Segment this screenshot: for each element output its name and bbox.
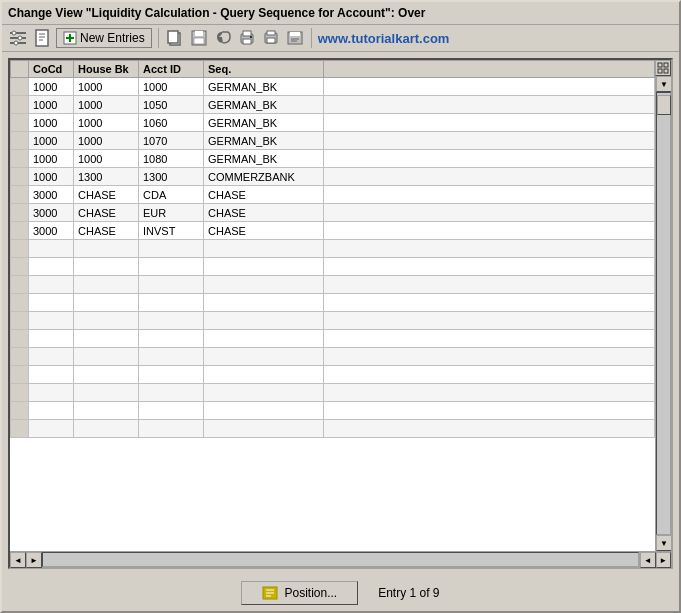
h-scroll-right-right-btn[interactable]: ► xyxy=(656,552,672,568)
toolbar-icon-save[interactable] xyxy=(189,28,209,48)
svg-rect-24 xyxy=(267,38,275,43)
svg-rect-26 xyxy=(290,32,300,36)
new-entries-button[interactable]: New Entries xyxy=(56,28,152,48)
table-row[interactable] xyxy=(11,348,655,366)
table-row[interactable]: 3000CHASEINVSTCHASE xyxy=(11,222,655,240)
svg-rect-14 xyxy=(168,31,178,43)
table-row[interactable] xyxy=(11,258,655,276)
table-row[interactable]: 100010001060GERMAN_BK xyxy=(11,114,655,132)
scroll-thumb[interactable] xyxy=(657,95,671,115)
svg-rect-20 xyxy=(243,39,251,44)
new-entries-label: New Entries xyxy=(80,31,145,45)
svg-rect-19 xyxy=(243,31,251,36)
svg-rect-23 xyxy=(267,31,275,35)
table-row[interactable]: 100013001300COMMERZBANK xyxy=(11,168,655,186)
title-bar: Change View "Liquidity Calculation - Que… xyxy=(2,2,679,25)
scroll-left-button[interactable]: ◄ xyxy=(10,552,26,568)
svg-rect-29 xyxy=(658,63,662,67)
h-scroll-track xyxy=(42,552,639,567)
svg-rect-30 xyxy=(664,63,668,67)
horizontal-scrollbar[interactable]: ◄ ► ◄ ► xyxy=(10,551,671,567)
vertical-scrollbar[interactable]: ▲ ▼ ▼ xyxy=(655,60,671,551)
table-row[interactable]: 100010001070GERMAN_BK xyxy=(11,132,655,150)
toolbar-icon-doc[interactable] xyxy=(32,28,52,48)
status-bar: Position... Entry 1 of 9 xyxy=(2,575,679,611)
svg-rect-31 xyxy=(658,69,662,73)
table-row[interactable] xyxy=(11,276,655,294)
table-row[interactable] xyxy=(11,240,655,258)
toolbar-icon-print2[interactable] xyxy=(261,28,281,48)
table-row[interactable] xyxy=(11,384,655,402)
table-row[interactable]: 3000CHASECDACHASE xyxy=(11,186,655,204)
toolbar-icon-undo[interactable] xyxy=(213,28,233,48)
watermark: www.tutorialkart.com xyxy=(318,31,450,46)
col-header-acctid: Acct ID xyxy=(139,61,204,78)
col-header-housebk: House Bk xyxy=(74,61,139,78)
separator1 xyxy=(158,28,159,48)
svg-rect-32 xyxy=(664,69,668,73)
table-row[interactable]: 100010001080GERMAN_BK xyxy=(11,150,655,168)
toolbar-icon-settings[interactable] xyxy=(8,28,28,48)
scroll-right-button[interactable]: ► xyxy=(26,552,42,568)
table-row[interactable] xyxy=(11,294,655,312)
toolbar-icon-copy[interactable] xyxy=(165,28,185,48)
h-scroll-right-area: ◄ ► xyxy=(639,552,671,567)
table-row[interactable]: 100010001050GERMAN_BK xyxy=(11,96,655,114)
h-scroll-right-left-btn[interactable]: ◄ xyxy=(640,552,656,568)
table-row[interactable]: 100010001000GERMAN_BK xyxy=(11,78,655,96)
toolbar-icon-print3[interactable] xyxy=(285,28,305,48)
table-row[interactable] xyxy=(11,402,655,420)
scroll-track xyxy=(656,92,671,535)
svg-rect-16 xyxy=(195,31,203,36)
col-header-cocd: CoCd xyxy=(29,61,74,78)
table-row[interactable] xyxy=(11,420,655,438)
corner-icon-button[interactable] xyxy=(655,60,671,76)
scroll-down-button-1[interactable]: ▼ xyxy=(656,76,671,92)
entry-info: Entry 1 of 9 xyxy=(378,586,439,600)
svg-point-3 xyxy=(12,31,16,35)
position-button[interactable]: Position... xyxy=(241,581,358,605)
table-row[interactable] xyxy=(11,330,655,348)
table-container: CoCd House Bk Acct ID Seq. 100010001000G… xyxy=(8,58,673,569)
table-row[interactable] xyxy=(11,312,655,330)
toolbar: New Entries www.tutorialkart.com xyxy=(2,25,679,52)
position-label: Position... xyxy=(284,586,337,600)
window-title: Change View "Liquidity Calculation - Que… xyxy=(8,6,425,20)
table-row[interactable]: 3000CHASEEURCHASE xyxy=(11,204,655,222)
svg-rect-17 xyxy=(194,38,204,44)
app-window: Change View "Liquidity Calculation - Que… xyxy=(0,0,681,613)
toolbar-icon-print1[interactable] xyxy=(237,28,257,48)
main-content: CoCd House Bk Acct ID Seq. 100010001000G… xyxy=(2,52,679,575)
svg-rect-21 xyxy=(250,36,252,38)
svg-point-5 xyxy=(14,41,18,45)
svg-rect-6 xyxy=(36,30,48,46)
col-header-seq: Seq. xyxy=(204,61,324,78)
separator2 xyxy=(311,28,312,48)
scroll-down-button-2[interactable]: ▼ xyxy=(656,535,671,551)
data-table: CoCd House Bk Acct ID Seq. 100010001000G… xyxy=(10,60,655,438)
svg-point-4 xyxy=(18,36,22,40)
table-row[interactable] xyxy=(11,366,655,384)
